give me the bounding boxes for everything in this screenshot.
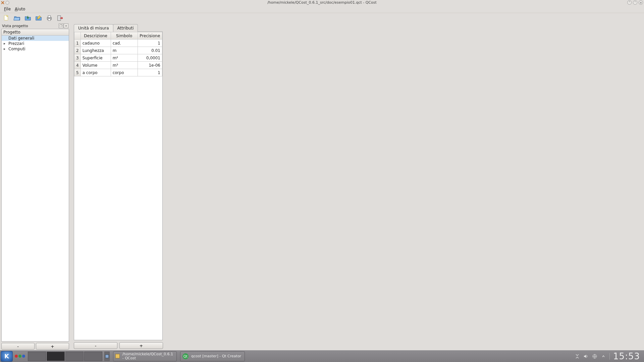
tray-arrow-icon[interactable] [601, 354, 606, 359]
tray-separator [609, 353, 610, 360]
tree-add-button[interactable]: + [36, 343, 69, 350]
save-icon[interactable] [23, 14, 32, 22]
cell-description[interactable]: a corpo [80, 69, 111, 76]
col-rownum[interactable] [74, 32, 81, 40]
activity-dots[interactable] [15, 355, 25, 358]
app-menu-icon[interactable] [1, 1, 5, 5]
dock-close-icon[interactable]: × [64, 23, 68, 28]
qcost-app-icon [115, 353, 120, 360]
save-as-icon[interactable] [34, 14, 43, 22]
table-row[interactable]: 3Superficiem²0,0001 [74, 54, 162, 62]
dock-title-label: Vista progetto [2, 24, 28, 28]
cell-symbol[interactable]: m² [111, 54, 138, 62]
tree-item[interactable]: ▸Computi [2, 46, 69, 52]
task-qtcreator-label: qcost [master] - Qt Creator [191, 354, 241, 358]
minimize-icon[interactable]: ˅ [627, 0, 632, 5]
menu-bar: File Aiuto [0, 5, 644, 13]
dot-blue-icon [22, 355, 25, 358]
pager-desktop-3[interactable] [65, 352, 84, 361]
print-icon[interactable] [45, 14, 54, 22]
expand-icon[interactable]: ▸ [4, 42, 5, 45]
col-precision[interactable]: Precisione [138, 32, 162, 40]
table-row[interactable]: 4Volumem³1e-06 [74, 62, 162, 69]
cell-precision[interactable]: 1e-06 [138, 62, 162, 69]
table-row[interactable]: 5a corpocorpo1 [74, 69, 162, 76]
taskbar: K /home/mickele/QCost_0.6.1 - QCost Qt q… [0, 350, 644, 362]
svg-rect-5 [48, 18, 50, 20]
row-number[interactable]: 5 [74, 69, 81, 76]
tree-remove-button[interactable]: - [1, 343, 35, 350]
table-row[interactable]: 1cadaunocad.1 [74, 40, 162, 47]
cell-symbol[interactable]: corpo [111, 69, 138, 76]
cell-precision[interactable]: 0.01 [138, 47, 162, 54]
cell-symbol[interactable]: m³ [111, 62, 138, 69]
menu-help[interactable]: Aiuto [13, 6, 27, 12]
units-table[interactable]: Descrizione Simbolo Precisione 1cadaunoc… [74, 32, 163, 340]
tree-item-label: Prezzari [8, 41, 24, 46]
dock-title: Vista progetto ❐ × [1, 23, 69, 29]
exit-icon[interactable] [56, 14, 64, 22]
cell-precision[interactable]: 1 [138, 40, 162, 47]
show-desktop-button[interactable] [104, 352, 110, 361]
desktop-pager[interactable] [28, 352, 102, 361]
tabs: Unità di misura Attributi [74, 23, 642, 32]
pager-desktop-2[interactable] [47, 352, 65, 361]
close-icon[interactable]: × [639, 0, 643, 5]
window-shade-icon[interactable] [5, 1, 9, 5]
svg-rect-8 [115, 354, 119, 358]
cell-symbol[interactable]: cad. [111, 40, 138, 47]
row-add-button[interactable]: + [119, 342, 163, 349]
row-number[interactable]: 4 [74, 62, 81, 69]
tab-attributes[interactable]: Attributi [113, 24, 138, 32]
menu-file[interactable]: File [2, 6, 13, 12]
dot-green-icon [18, 355, 21, 358]
cell-description[interactable]: Lunghezza [80, 47, 111, 54]
cell-precision[interactable]: 0,0001 [138, 54, 162, 62]
window-titlebar: /home/mickele/QCost_0.6.1_src/doc/esempi… [0, 0, 644, 5]
task-qcost-label: /home/mickele/QCost_0.6.1 - QCost [122, 352, 173, 360]
pager-desktop-4[interactable] [84, 352, 102, 361]
content-area: Unità di misura Attributi Descrizione Si… [70, 23, 644, 350]
project-tree[interactable]: Progetto Dati generali▸Prezzari▸Computi [1, 29, 69, 342]
tree-header[interactable]: Progetto [2, 29, 69, 36]
col-symbol[interactable]: Simbolo [111, 32, 138, 40]
tree-item[interactable]: ▸Prezzari [2, 41, 69, 46]
cell-description[interactable]: Superficie [80, 54, 111, 62]
row-remove-button[interactable]: - [74, 342, 117, 349]
new-file-icon[interactable] [2, 14, 11, 22]
sidebar: Vista progetto ❐ × Progetto Dati general… [0, 23, 70, 350]
qtcreator-app-icon: Qt [182, 353, 189, 360]
cell-description[interactable]: Volume [80, 62, 111, 69]
task-qtcreator[interactable]: Qt qcost [master] - Qt Creator [180, 351, 245, 361]
row-number[interactable]: 2 [74, 47, 81, 54]
svg-rect-7 [105, 355, 109, 358]
tree-item[interactable]: Dati generali [2, 36, 69, 41]
network-icon[interactable] [592, 354, 597, 359]
expand-icon[interactable]: ▸ [4, 47, 5, 51]
cell-symbol[interactable]: m [111, 47, 138, 54]
table-row[interactable]: 2Lunghezzam0.01 [74, 47, 162, 54]
maximize-icon[interactable]: ˄ [633, 0, 637, 5]
dock-float-icon[interactable]: ❐ [59, 23, 63, 28]
tree-item-label: Computi [8, 47, 25, 51]
tab-units[interactable]: Unità di misura [74, 24, 113, 32]
dot-red-icon [15, 355, 18, 358]
clipboard-icon[interactable] [575, 354, 580, 359]
row-number[interactable]: 3 [74, 54, 81, 62]
cell-precision[interactable]: 1 [138, 69, 162, 76]
svg-text:Qt: Qt [183, 355, 187, 358]
row-number[interactable]: 1 [74, 40, 81, 47]
task-qcost[interactable]: /home/mickele/QCost_0.6.1 - QCost [113, 351, 177, 361]
pager-desktop-1[interactable] [28, 352, 46, 361]
kde-start-button[interactable]: K [1, 351, 13, 362]
cell-description[interactable]: cadauno [80, 40, 111, 47]
clock[interactable]: 15:53 [613, 351, 640, 361]
open-folder-icon[interactable] [13, 14, 21, 22]
system-tray: 15:53 [575, 351, 644, 361]
col-description[interactable]: Descrizione [80, 32, 111, 40]
window-title: /home/mickele/QCost_0.6.1_src/doc/esempi… [267, 0, 377, 5]
svg-point-0 [6, 1, 9, 4]
tree-item-label: Dati generali [8, 36, 34, 41]
volume-icon[interactable] [583, 354, 589, 359]
toolbar [0, 13, 644, 23]
